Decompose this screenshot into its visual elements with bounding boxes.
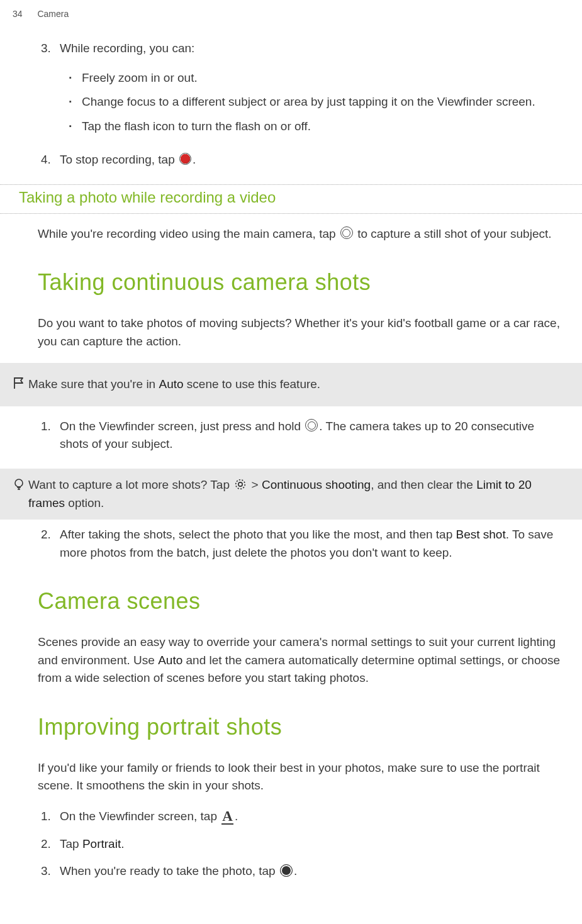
page-content: 3. While recording, you can: ▪ Freely zo…: [0, 21, 582, 881]
portrait-steps-list: 1. On the Viewfinder screen, tap A. 2. T…: [41, 808, 563, 881]
tip-callout: Want to capture a lot more shots? Tap > …: [0, 469, 582, 520]
bullet-icon: ▪: [60, 118, 82, 136]
step-number: 2.: [41, 526, 60, 562]
shutter-icon: [305, 419, 318, 431]
page-header: 34 Camera: [0, 0, 582, 21]
heading-portrait-shots: Improving portrait shots: [38, 710, 563, 744]
stop-record-icon: [179, 153, 191, 165]
bullet-icon: ▪: [60, 93, 82, 111]
svg-point-2: [236, 480, 245, 489]
step-body: To stop recording, tap .: [60, 151, 563, 169]
sub-heading: Taking a photo while recording a video: [19, 186, 563, 209]
paragraph: Do you want to take photos of moving sub…: [38, 314, 563, 350]
paragraph: Scenes provide an easy way to override y…: [38, 633, 563, 687]
continuous-steps-list-2: 2. After taking the shots, select the ph…: [41, 526, 563, 562]
paragraph: While you're recording video using the m…: [38, 225, 563, 243]
step-body: While recording, you can: ▪ Freely zoom …: [60, 40, 563, 142]
step-body: Tap Portrait.: [60, 835, 563, 854]
recording-steps-list: 3. While recording, you can: ▪ Freely zo…: [41, 40, 563, 169]
flag-icon: [9, 376, 28, 394]
scene-mode-icon: A: [221, 808, 233, 826]
step-number: 3.: [41, 862, 60, 881]
bullet-icon: ▪: [60, 69, 82, 87]
page-section: Camera: [37, 9, 69, 19]
step-number: 1.: [41, 418, 60, 454]
shutter-icon: [280, 864, 293, 877]
requirement-callout: Make sure that you're in Auto scene to u…: [0, 363, 582, 406]
step-number: 3.: [41, 40, 60, 142]
shutter-icon: [340, 226, 353, 239]
continuous-steps-list: 1. On the Viewfinder screen, just press …: [41, 418, 563, 454]
section-box-photo-while-video: Taking a photo while recording a video: [0, 184, 582, 214]
step-number: 2.: [41, 835, 60, 854]
step-number: 1.: [41, 808, 60, 826]
lightbulb-icon: [9, 476, 28, 513]
svg-point-1: [238, 482, 242, 486]
settings-icon: [234, 476, 247, 494]
heading-continuous-shots: Taking continuous camera shots: [38, 265, 563, 299]
page-number: 34: [13, 8, 23, 21]
paragraph: If you'd like your family or friends to …: [38, 759, 563, 795]
svg-point-0: [15, 479, 23, 487]
step-body: When you're ready to take the photo, tap…: [60, 862, 563, 881]
step-body: On the Viewfinder screen, tap A.: [60, 808, 563, 826]
step-number: 4.: [41, 151, 60, 169]
recording-sub-list: ▪ Freely zoom in or out. ▪ Change focus …: [60, 69, 563, 136]
step-body: On the Viewfinder screen, just press and…: [60, 418, 563, 454]
step-body: After taking the shots, select the photo…: [60, 526, 563, 562]
heading-camera-scenes: Camera scenes: [38, 584, 563, 618]
